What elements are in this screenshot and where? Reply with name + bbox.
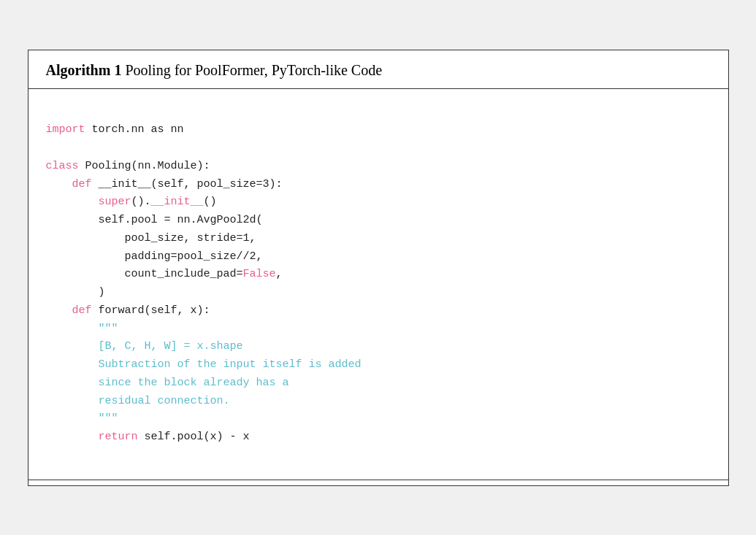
return-keyword: return	[99, 431, 138, 443]
class-keyword: class	[46, 160, 79, 172]
def-keyword-init: def	[72, 178, 92, 190]
title-bold: Algorithm 1	[46, 62, 122, 78]
return-line	[46, 431, 99, 443]
def-keyword-forward: def	[72, 304, 92, 317]
title-normal: Pooling for PoolFormer, PyTorch-like Cod…	[121, 62, 382, 78]
super-call: ().__init__() self.pool = nn.AvgPool2d( …	[46, 196, 263, 280]
algorithm-header: Algorithm 1 Pooling for PoolFormer, PyTo…	[28, 50, 728, 89]
code-block: import torch.nn as nn class Pooling(nn.M…	[46, 104, 711, 465]
return-expr: self.pool(x) - x	[138, 431, 250, 443]
import-line: torch.nn as nn	[85, 123, 184, 136]
docstring-open: """ [B, C, H, W] = x.shape Subtraction o…	[46, 323, 362, 426]
false-keyword: False	[243, 268, 276, 280]
algorithm-body: import torch.nn as nn class Pooling(nn.M…	[28, 89, 728, 480]
algorithm-title: Algorithm 1 Pooling for PoolFormer, PyTo…	[46, 61, 711, 80]
algorithm-box: Algorithm 1 Pooling for PoolFormer, PyTo…	[28, 50, 729, 486]
init-call-keyword: __init__	[151, 196, 204, 208]
super-keyword: super	[99, 196, 131, 208]
algorithm-footer	[28, 480, 728, 485]
import-keyword: import	[46, 123, 85, 136]
